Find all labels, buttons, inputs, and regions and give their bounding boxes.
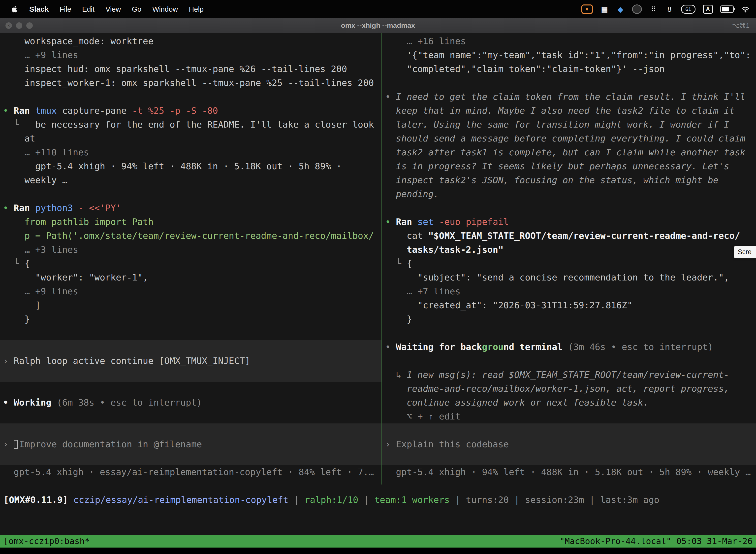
terminal-line: › Ralph loop active continue [OMX_TMUX_I… (0, 354, 381, 368)
terminal-line: inspect_hud: omx sparkshell --tmux-pane … (0, 62, 381, 76)
titlebar-shortcut: ⌥⌘1 (732, 18, 750, 33)
launchpad-dots-icon[interactable]: ⠿ (649, 4, 658, 14)
wifi-glyph (741, 6, 750, 13)
prompt-band[interactable]: › Explain this codebase (382, 424, 756, 465)
terminal-line (382, 354, 756, 368)
terminal-line: ] (0, 298, 381, 312)
recording-dot-icon (586, 8, 588, 10)
terminal-line: at (0, 131, 381, 146)
wifi-icon[interactable] (741, 4, 750, 14)
terminal-line: └ { (0, 257, 381, 271)
terminal-line: from pathlib import Path (0, 215, 381, 229)
menu-item-edit[interactable]: Edit (82, 5, 94, 13)
terminal-line: "worker": "worker-1", (0, 271, 381, 284)
terminal-line: • Working (6m 38s • esc to interrupt) (0, 396, 381, 409)
terminal-line: … +7 lines (382, 284, 756, 298)
terminal-line: • Waiting for background terminal (3m 46… (382, 340, 756, 354)
terminal-line: "completed","claim_token":"claim-token"}… (382, 62, 756, 76)
terminal-line: task2 after task1 is complete, but can I… (382, 146, 756, 159)
terminal-line (382, 76, 756, 90)
terminal-line: } (382, 312, 756, 326)
omx-status-line: [OMX#0.11.9] cczip/essay/ai-reimplementa… (0, 493, 756, 507)
terminal-line: readme-and-reco/mailbox/worker-1.json, a… (382, 382, 756, 396)
terminal-line: pending. (382, 187, 756, 201)
apple-logo (11, 5, 17, 13)
menubar-left: Slack FileEditViewGoWindowHelp (0, 4, 204, 14)
terminal-window: workspace_mode: worktree … +9 lines insp… (0, 33, 756, 548)
terminal-line: weekly … (0, 173, 381, 187)
pane-left[interactable]: workspace_mode: worktree … +9 lines insp… (0, 33, 381, 485)
terminal-line (0, 326, 381, 340)
terminal-line: └ { (382, 257, 756, 271)
battery-nub (734, 8, 735, 10)
terminal-line: • I need to get the claim token from the… (382, 90, 756, 104)
menu-item-view[interactable]: View (106, 5, 121, 13)
terminal-line: inspect_worker-1: omx sparkshell --tmux-… (0, 76, 381, 90)
battery-percent-badge[interactable]: 61 (681, 5, 695, 14)
window-title: omx --xhigh --madmax (0, 18, 756, 33)
terminal-line: '{"team_name":"my-team","task_id":"1","f… (382, 48, 756, 62)
terminal-line: • Ran python3 - <<'PY' (0, 201, 381, 215)
terminal-line (382, 326, 756, 340)
figure-eight-icon[interactable]: 8 (665, 4, 674, 14)
terminal-line: } (0, 312, 381, 326)
terminal-line: └ be necessary for the end of the README… (0, 118, 381, 131)
screen-tooltip: Scre (734, 246, 756, 258)
terminal-line: … +3 lines (0, 243, 381, 257)
terminal-line: continue assigned work or next feasible … (382, 396, 756, 409)
terminal-line: › Improve documentation in @filename (0, 437, 381, 451)
menu-item-go[interactable]: Go (132, 5, 141, 13)
menu-item-window[interactable]: Window (152, 5, 178, 13)
terminal-line: • Ran set -euo pipefail (382, 215, 756, 229)
terminal-line (0, 409, 381, 424)
text-cursor (14, 440, 18, 449)
tmux-host-time: "MacBook-Pro-44.local" 05:03 31-Mar-26 (560, 536, 753, 546)
battery-icon[interactable] (720, 5, 734, 13)
terminal-line: later. Using the same for transition mig… (382, 118, 756, 131)
battery-fill (722, 7, 729, 11)
terminal-line: … +9 lines (0, 284, 381, 298)
terminal-line (0, 90, 381, 104)
terminal-line: … +16 lines (382, 34, 756, 48)
terminal-line: gpt-5.4 xhigh · 94% left · 488K in · 5.1… (382, 465, 756, 479)
prompt-band[interactable]: › Ralph loop active continue [OMX_TMUX_I… (0, 340, 381, 382)
terminal-line: should send a message before completing … (382, 131, 756, 146)
menubar-items: FileEditViewGoWindowHelp (60, 5, 204, 13)
terminal-line: … +9 lines (0, 48, 381, 62)
terminal-line: gpt-5.4 xhigh · essay/ai-reimplementatio… (0, 465, 381, 479)
menu-item-file[interactable]: File (60, 5, 71, 13)
menu-item-help[interactable]: Help (189, 5, 204, 13)
terminal-line: keep that in mind. Maybe I also need the… (382, 104, 756, 118)
window-titlebar[interactable]: × omx --xhigh --madmax ⌥⌘1 (0, 18, 756, 33)
blue-app-icon[interactable]: ◆ (616, 4, 625, 14)
terminal-line: tasks/task-2.json" (382, 243, 756, 257)
tmux-session-name[interactable]: [omx-cczip0:bash* (3, 536, 90, 546)
tmux-status-bar: [omx-cczip0:bash* "MacBook-Pro-44.local"… (0, 535, 756, 548)
menubar-app-name[interactable]: Slack (29, 5, 49, 13)
terminal-line: gpt-5.4 xhigh · 94% left · 488K in · 5.1… (0, 159, 381, 173)
terminal-line (0, 382, 381, 396)
terminal-line: p = Path('.omx/state/team/review-current… (0, 229, 381, 243)
terminal-line: "created_at": "2026-03-31T11:59:27.816Z" (382, 298, 756, 312)
dark-app-icon[interactable] (632, 4, 642, 14)
terminal-line: ↳ 1 new msg(s): read $OMX_TEAM_STATE_ROO… (382, 368, 756, 382)
terminal-line: › Explain this codebase (382, 437, 756, 451)
terminal-line: ⌥ + ↑ edit (382, 409, 756, 424)
terminal-line: • Ran tmux capture-pane -t %25 -p -S -80 (0, 104, 381, 118)
input-source-icon[interactable]: A (703, 5, 713, 14)
screen-recording-icon[interactable] (581, 4, 593, 14)
terminal-line: workspace_mode: worktree (0, 34, 381, 48)
terminal-line (0, 187, 381, 201)
keyboard-viewer-icon[interactable]: ▦ (600, 4, 609, 14)
terminal-line: is in progress? It seems likely but perh… (382, 159, 756, 173)
menubar: Slack FileEditViewGoWindowHelp ▦ ◆ ⠿ 8 6… (0, 0, 756, 18)
terminal-line: "subject": "send a concise recommendatio… (382, 271, 756, 284)
terminal-line (382, 201, 756, 215)
apple-menu-icon[interactable] (10, 4, 18, 14)
prompt-band[interactable]: › Improve documentation in @filename (0, 424, 381, 465)
terminal-line: … +110 lines (0, 146, 381, 159)
menubar-status-icons: ▦ ◆ ⠿ 8 61 A (581, 4, 756, 14)
tmux-panes: workspace_mode: worktree … +9 lines insp… (0, 33, 756, 485)
pane-right[interactable]: … +16 lines '{"team_name":"my-team","tas… (382, 33, 756, 485)
terminal-line: inspect task2's JSON, focusing on the st… (382, 173, 756, 187)
